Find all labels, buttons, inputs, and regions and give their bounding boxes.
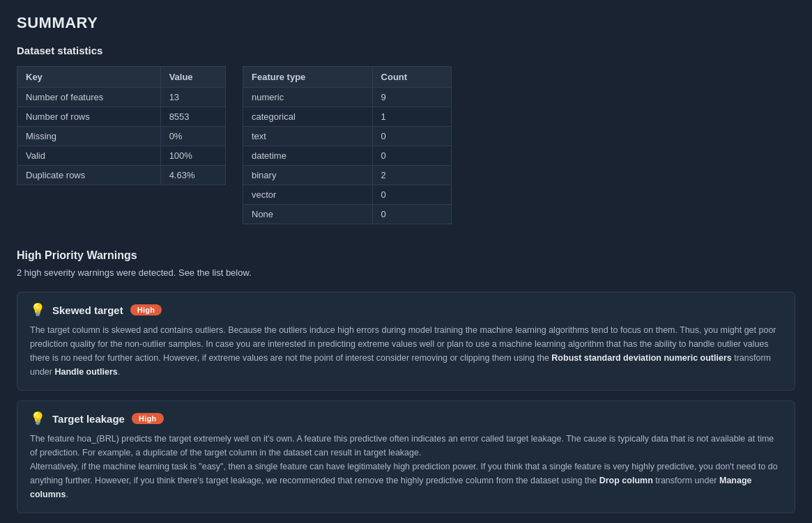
feature-type-col-header: Feature type <box>243 67 373 88</box>
warning-card: 💡 Skewed target High The target column i… <box>17 292 795 391</box>
value-cell: 13 <box>160 88 225 107</box>
count-col-header: Count <box>372 67 451 88</box>
warning-title: Target leakage <box>52 413 125 425</box>
value-col-header: Value <box>160 67 225 88</box>
feature-type-cell: numeric <box>243 88 373 107</box>
page-title: SUMMARY <box>17 14 795 32</box>
value-cell: 100% <box>160 146 225 166</box>
feature-type-cell: None <box>243 205 373 224</box>
high-badge: High <box>130 304 162 315</box>
warnings-summary: 2 high severity warnings were detected. … <box>17 267 795 278</box>
count-cell: 0 <box>372 127 451 146</box>
table-row: Duplicate rows4.63% <box>17 166 226 185</box>
table-row: Number of rows8553 <box>17 107 226 127</box>
count-cell: 0 <box>372 185 451 205</box>
value-cell: 0% <box>160 127 225 146</box>
count-cell: 1 <box>372 107 451 127</box>
key-cell: Number of rows <box>17 107 161 127</box>
count-cell: 0 <box>372 205 451 224</box>
warning-body: The feature hoa_(BRL) predicts the targe… <box>30 432 782 501</box>
high-badge: High <box>132 413 164 424</box>
table-row: numeric9 <box>243 88 452 107</box>
stats-tables-wrapper: Key Value Number of features13Number of … <box>17 66 795 224</box>
count-cell: 9 <box>372 88 451 107</box>
key-cell: Valid <box>17 146 161 166</box>
count-cell: 2 <box>372 166 451 185</box>
key-cell: Duplicate rows <box>17 166 161 185</box>
warning-icon: 💡 <box>30 412 45 425</box>
key-cell: Number of features <box>17 88 161 107</box>
warning-header: 💡 Target leakage High <box>30 412 782 425</box>
key-value-table: Key Value Number of features13Number of … <box>17 66 226 185</box>
warning-header: 💡 Skewed target High <box>30 304 782 316</box>
count-cell: 0 <box>372 146 451 166</box>
feature-type-cell: datetime <box>243 146 373 166</box>
warning-title: Skewed target <box>52 304 123 316</box>
key-col-header: Key <box>17 67 161 88</box>
feature-type-table: Feature type Count numeric9categorical1t… <box>243 66 452 224</box>
value-cell: 4.63% <box>160 166 225 185</box>
table-row: None0 <box>243 205 452 224</box>
left-stats-table-container: Key Value Number of features13Number of … <box>17 66 226 185</box>
feature-type-cell: text <box>243 127 373 146</box>
table-row: text0 <box>243 127 452 146</box>
warnings-container: 💡 Skewed target High The target column i… <box>17 292 795 513</box>
key-cell: Missing <box>17 127 161 146</box>
right-stats-table-container: Feature type Count numeric9categorical1t… <box>243 66 452 224</box>
table-row: Valid100% <box>17 146 226 166</box>
warning-icon: 💡 <box>30 304 45 316</box>
table-row: Number of features13 <box>17 88 226 107</box>
warnings-section-title: High Priority Warnings <box>17 249 795 262</box>
table-row: datetime0 <box>243 146 452 166</box>
dataset-statistics-title: Dataset statistics <box>17 45 795 56</box>
feature-type-cell: binary <box>243 166 373 185</box>
warning-body: The target column is skewed and contains… <box>30 323 782 379</box>
feature-type-cell: categorical <box>243 107 373 127</box>
warning-card: 💡 Target leakage High The feature hoa_(B… <box>17 400 795 513</box>
table-row: binary2 <box>243 166 452 185</box>
table-row: categorical1 <box>243 107 452 127</box>
table-row: Missing0% <box>17 127 226 146</box>
table-row: vector0 <box>243 185 452 205</box>
value-cell: 8553 <box>160 107 225 127</box>
feature-type-cell: vector <box>243 185 373 205</box>
